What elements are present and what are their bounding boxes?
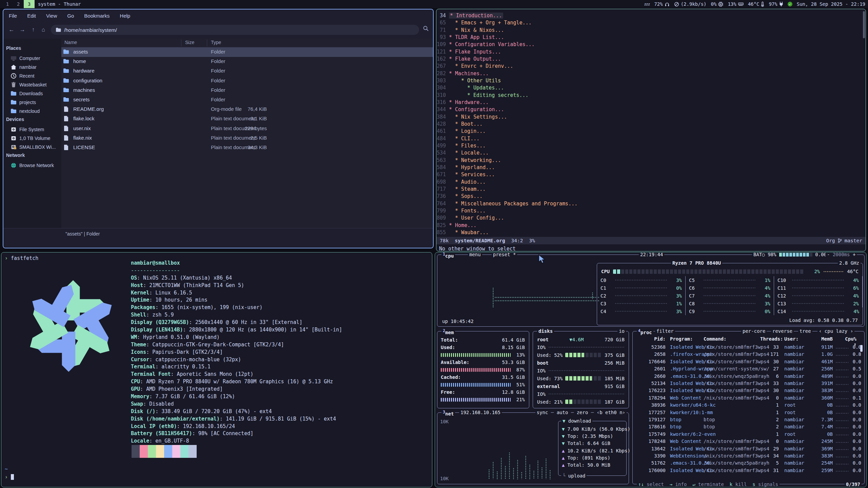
- org-heading-line[interactable]: 34* Introduction...: [436, 13, 866, 20]
- org-heading-line[interactable]: 809* User Config...: [436, 215, 866, 222]
- org-heading-line[interactable]: 799* Fonts...: [436, 208, 866, 215]
- sidebar-item-nextcloud[interactable]: nextcloud: [3, 107, 61, 115]
- process-row-pid-52368[interactable]: 52368Isolated Web Co/nix/store/sm8fmrf3w…: [633, 344, 864, 351]
- shell-prompt[interactable]: ›: [5, 474, 14, 480]
- sidebar-item-nambiar[interactable]: nambiar: [3, 63, 61, 71]
- org-heading-line[interactable]: 534* Locale...: [436, 150, 866, 157]
- org-heading-line[interactable]: 499* Files...: [436, 143, 866, 150]
- org-heading-line[interactable]: 303* Other Utils: [436, 78, 866, 85]
- org-heading-line[interactable]: 736* Sops...: [436, 193, 866, 200]
- memory-indicator[interactable]: 13%: [728, 1, 743, 7]
- process-row-pid-179127[interactable]: 179127btopbtop2nambiar7.3M0.0: [633, 417, 864, 424]
- menu-help[interactable]: Help: [120, 13, 130, 19]
- file-row-license[interactable]: LICENSE34,3 KiBPlain text document: [61, 143, 434, 152]
- file-row-secrets[interactable]: secretsFolder: [61, 95, 434, 105]
- sidebar-item-projects[interactable]: projects: [3, 98, 61, 106]
- net-box-title[interactable]: 3net: [441, 410, 455, 416]
- sort-selector[interactable]: ‹ cpu lazy ›: [817, 328, 854, 334]
- file-row-assets[interactable]: assetsFolder: [61, 47, 434, 57]
- process-row-pid-175749[interactable]: 175749kworker/6:2-even1root0B0.0: [633, 431, 864, 439]
- org-heading-line[interactable]: 267* Envrc + Direnv...: [436, 63, 866, 70]
- file-row-home[interactable]: homeFolder: [61, 57, 434, 66]
- tree-button[interactable]: tree: [798, 328, 812, 334]
- proc-footer-signals[interactable]: s signals: [752, 482, 778, 487]
- process-row-pid-2658[interactable]: 2658.firefox-wrappe/nix/store/sm8fmrf3wp…: [633, 351, 864, 359]
- column-header-size[interactable]: Size: [185, 40, 194, 45]
- file-row-flake-lock[interactable]: flake.lock3,1 KiBPlain text document: [61, 114, 434, 124]
- org-heading-line[interactable]: 109* Configuration Variables...: [436, 41, 866, 48]
- sidebar-item-browse-network[interactable]: Browse Network: [3, 161, 61, 169]
- proc-scrollbar-thumb[interactable]: [860, 345, 863, 352]
- clock[interactable]: Sun, 28 Sep 2025 - 22:19: [797, 1, 865, 7]
- org-heading-line[interactable]: 310* Editing secrets...: [436, 92, 866, 99]
- io-mode-button[interactable]: io: [617, 328, 626, 334]
- forward-button[interactable]: →: [18, 25, 27, 35]
- org-heading-line[interactable]: 71* Nix & Nixos...: [436, 27, 866, 34]
- cpu-box-title[interactable]: 1cpu: [441, 252, 455, 259]
- process-row-pid-3390[interactable]: 3390WebExtensions/nix/store/sm8fmrf3wps4…: [633, 453, 864, 460]
- process-row-pid-178616[interactable]: 178616btopbtop2nambiar7.4M0.0: [633, 424, 864, 431]
- sidebar-item-1-0-tb-volume[interactable]: 1,0 TB Volume: [3, 134, 61, 142]
- org-heading-line[interactable]: 484* CLI...: [436, 136, 866, 143]
- preset-button[interactable]: preset *: [492, 252, 517, 257]
- network-indicator[interactable]: (2.9kb/s): [674, 1, 707, 7]
- process-row-pid-2660[interactable]: 2660.emacs-31.0.50-/nix/store/wnqz5pa8ra…: [633, 373, 864, 381]
- menu-button[interactable]: menu: [468, 252, 482, 257]
- proc-box-title[interactable]: 4proc: [637, 328, 653, 335]
- proc-footer-terminate[interactable]: ↵ terminate: [692, 482, 724, 487]
- org-heading-line[interactable]: 698* Audio...: [436, 179, 866, 186]
- process-row-pid-178248[interactable]: 178248Web Content/nix/store/sm8fmrf3wps4…: [633, 439, 864, 446]
- menu-bookmarks[interactable]: Bookmarks: [84, 13, 110, 19]
- sidebar-item-file-system[interactable]: File System: [3, 125, 61, 134]
- process-row-pid-13642[interactable]: 13642Isolated Web Co/nix/store/sm8fmrf3w…: [633, 446, 864, 453]
- process-row-pid-178294[interactable]: 178294Web Content/nix/store/sm8fmrf3wps4…: [633, 395, 864, 402]
- mem-box-title[interactable]: 2mem: [441, 328, 455, 335]
- file-row-machines[interactable]: machinesFolder: [61, 86, 434, 95]
- org-heading-line[interactable]: 764* Miscellaneous Packages and Programs…: [436, 201, 866, 208]
- volume-indicator[interactable]: 72%: [654, 1, 669, 7]
- net-controls[interactable]: sync ─ auto ─ zero ─ ‹b eth0 n›: [535, 410, 627, 415]
- menu-go[interactable]: Go: [67, 13, 74, 19]
- file-row-configuration[interactable]: configurationFolder: [61, 76, 434, 86]
- org-heading-line[interactable]: 121* Flake Inputs...: [436, 49, 866, 56]
- home-button[interactable]: ⌂: [39, 25, 48, 35]
- battery-indicator[interactable]: 97%: [769, 1, 783, 7]
- process-row-pid-52134[interactable]: 52134Isolated Web Co/nix/store/sm8fmrf3w…: [633, 381, 864, 388]
- org-heading-line[interactable]: 384* Nix Settings...: [436, 114, 866, 121]
- terminal-fastfetch[interactable]: › fastfetch nambiar@smallbox -----------…: [1, 252, 432, 487]
- process-row-pid-177257[interactable]: 177257kworker/10:1-mm1root0B0.0: [633, 410, 864, 417]
- org-heading-line[interactable]: 65* Emacs + Org + Tangle...: [436, 20, 866, 27]
- org-heading-line[interactable]: 162* Flake Output...: [436, 56, 866, 63]
- file-row-user-nix[interactable]: user.nix229 bytesPlain text document: [61, 124, 434, 134]
- workspace-button-1[interactable]: 1: [2, 0, 13, 8]
- org-heading-line[interactable]: 93* TLDR App List...: [436, 34, 866, 41]
- proc-footer-kill[interactable]: k kill: [730, 482, 747, 487]
- proc-footer-info[interactable]: → info: [670, 482, 687, 487]
- org-heading-line[interactable]: 825* Home...: [436, 222, 866, 229]
- process-row-pid-176000[interactable]: 176000Isolated Web Co/nix/store/sm8fmrf3…: [633, 468, 864, 475]
- org-heading-line[interactable]: 316* Hardware...: [436, 99, 866, 106]
- sidebar-item-downloads[interactable]: Downloads: [3, 89, 61, 98]
- org-heading-line[interactable]: 428* Boot...: [436, 121, 866, 128]
- process-row-pid-51762[interactable]: 51762.emacs-31.0.50-/nix/store/wnqz5pa8r…: [633, 460, 864, 467]
- process-row-pid-176646[interactable]: 176646Isolated Web Co/nix/store/sm8fmrf3…: [633, 359, 864, 366]
- column-header-name[interactable]: Name: [64, 40, 77, 45]
- per-core-button[interactable]: per-core: [741, 328, 767, 334]
- org-heading-line[interactable]: 304* Updates...: [436, 85, 866, 92]
- cpu-indicator[interactable]: 0%: [711, 1, 724, 7]
- org-heading-line[interactable]: 671* Services...: [436, 171, 866, 179]
- path-bar[interactable]: /home/nambiar/system/: [51, 25, 419, 35]
- proc-footer-select[interactable]: ↑↓ select: [638, 482, 664, 487]
- menu-file[interactable]: File: [9, 13, 17, 19]
- process-row-pid-2601[interactable]: 2601.Hyprland-wrapp/run/current-system/s…: [633, 366, 864, 373]
- sidebar-item-wastebasket[interactable]: Wastebasket: [3, 81, 61, 89]
- workspace-switcher[interactable]: 123: [2, 0, 35, 8]
- emacs-window[interactable]: 34* Introduction...65* Emacs + Org + Tan…: [436, 9, 866, 251]
- org-heading-line[interactable]: 855* Waubar...: [436, 229, 866, 237]
- reverse-button[interactable]: reverse: [771, 328, 794, 334]
- filter-button[interactable]: filter: [655, 328, 675, 334]
- back-button[interactable]: ←: [7, 25, 16, 35]
- systemd-ok-icon[interactable]: ✓: [788, 2, 792, 6]
- disks-box-title[interactable]: disks: [537, 328, 554, 334]
- search-button[interactable]: [423, 25, 429, 33]
